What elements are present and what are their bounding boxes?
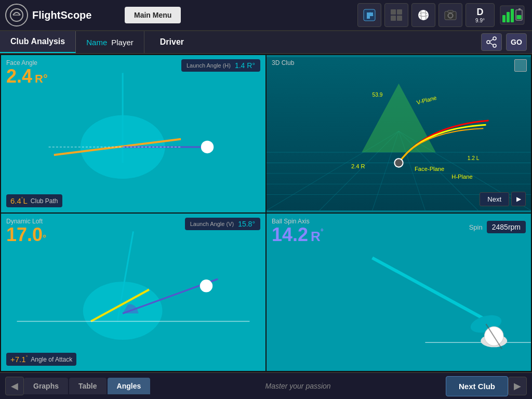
svg-text:2.4 R: 2.4 R	[351, 163, 365, 169]
svg-point-22	[493, 37, 496, 40]
svg-text:1.2 L: 1.2 L	[468, 155, 480, 161]
go-button[interactable]: GO	[506, 33, 527, 51]
next-arrow-button[interactable]: ▶	[508, 377, 527, 395]
logo-text: FlightScope	[32, 9, 91, 21]
go-label: GO	[511, 38, 522, 46]
tab-graphs[interactable]: Graphs	[24, 378, 68, 394]
main-grid: Face Angle 2.4 R° Launch Angle (H) 1.4 R…	[0, 54, 532, 372]
logo-area: FlightScope	[5, 4, 119, 26]
arrow-icon-btn[interactable]	[357, 3, 381, 27]
name-label: Name	[86, 38, 107, 47]
next-label-btn[interactable]: Next	[480, 192, 509, 206]
svg-text:H-Plane: H-Plane	[451, 174, 472, 180]
svg-rect-5	[397, 9, 402, 15]
distance-badge: D 9.9°	[466, 3, 495, 27]
player-value: Player	[111, 38, 134, 47]
svg-text:Face-Plane: Face-Plane	[415, 166, 444, 172]
club-analysis-label: Club Analysis	[10, 37, 65, 46]
ball-spin-value: 14.2 R°	[272, 224, 323, 246]
club-3d-panel: 3D Club	[267, 55, 531, 212]
tab-angles[interactable]: Angles	[108, 378, 151, 394]
share-button[interactable]	[481, 33, 502, 51]
svg-point-46	[394, 158, 403, 167]
club-3d-label: 3D Club	[272, 59, 294, 66]
expand-button-3d[interactable]	[514, 59, 527, 72]
svg-rect-17	[507, 12, 510, 22]
signal-icon-btn[interactable]	[498, 3, 527, 27]
face-angle-value: 2.4 R°	[6, 65, 48, 87]
launch-angle-v-badge: Launch Angle (V) 15.8°	[185, 218, 260, 230]
svg-rect-6	[391, 16, 396, 21]
club-name-area: Driver	[144, 31, 200, 53]
svg-rect-20	[518, 8, 521, 10]
club-name-label: Driver	[160, 37, 184, 47]
spin-value-badge: Spin 2485rpm	[469, 221, 526, 233]
distance-value: 9.9°	[475, 18, 485, 23]
svg-point-23	[493, 44, 496, 47]
grid-icon-btn[interactable]	[384, 3, 408, 27]
ball-spin-panel: Ball Spin Axis 14.2 R° Spin 2485rpm	[267, 214, 531, 371]
next-arrow-3d[interactable]: ▶	[511, 192, 526, 206]
svg-point-31	[201, 141, 214, 153]
top-icons: D 9.9°	[357, 3, 527, 27]
tab-table[interactable]: Table	[69, 378, 107, 394]
top-bar: FlightScope Main Menu	[0, 0, 532, 31]
svg-rect-21	[517, 15, 522, 19]
face-angle-panel: Face Angle 2.4 R° Launch Angle (H) 1.4 R…	[1, 55, 265, 212]
svg-point-24	[487, 41, 490, 44]
camera-icon-btn[interactable]	[438, 3, 462, 27]
svg-line-26	[490, 43, 493, 45]
svg-rect-16	[502, 15, 506, 22]
next-button-3d: Next ▶	[480, 192, 526, 206]
ball-icon-btn[interactable]	[411, 3, 435, 27]
svg-point-13	[449, 14, 452, 17]
svg-line-59	[373, 258, 489, 321]
next-club-button[interactable]: Next Club	[446, 376, 508, 396]
club-analysis-tab[interactable]: Club Analysis	[0, 31, 76, 53]
tab-group: Graphs Table Angles	[24, 378, 150, 394]
distance-letter: D	[477, 7, 484, 18]
header-right-buttons: GO	[481, 31, 532, 53]
club-3d-diagram: V-Plane 53.9 2.4 R Face-Plane H-Plane 1.…	[267, 55, 531, 212]
header-row: Club Analysis Name Player Driver GO	[0, 31, 532, 54]
tagline: Master your passion	[150, 382, 446, 390]
player-name-area: Name Player	[76, 31, 144, 53]
svg-point-8	[418, 10, 429, 20]
svg-rect-18	[511, 9, 514, 22]
svg-point-58	[200, 280, 212, 292]
bottom-bar: ◀ Graphs Table Angles Master your passio…	[0, 372, 532, 399]
main-menu-button[interactable]: Main Menu	[125, 7, 181, 23]
svg-line-10	[425, 10, 426, 20]
svg-line-25	[490, 39, 493, 42]
svg-rect-14	[448, 10, 453, 12]
svg-text:53.9: 53.9	[373, 92, 383, 98]
svg-rect-4	[391, 9, 396, 15]
club-path-badge: 6.4°L Club Path	[6, 194, 62, 207]
launch-angle-h-badge: Launch Angle (H) 1.4 R°	[181, 59, 260, 72]
dynamic-loft-panel: Dynamic Loft 17.0° Launch Angle (V) 15.8…	[1, 214, 265, 371]
angle-of-attack-badge: +7.1° Angle of Attack	[6, 353, 76, 366]
dynamic-loft-value: 17.0°	[6, 224, 46, 246]
svg-line-9	[421, 10, 421, 20]
logo-icon	[5, 4, 28, 26]
svg-rect-7	[397, 16, 402, 21]
prev-arrow-button[interactable]: ◀	[5, 377, 24, 395]
